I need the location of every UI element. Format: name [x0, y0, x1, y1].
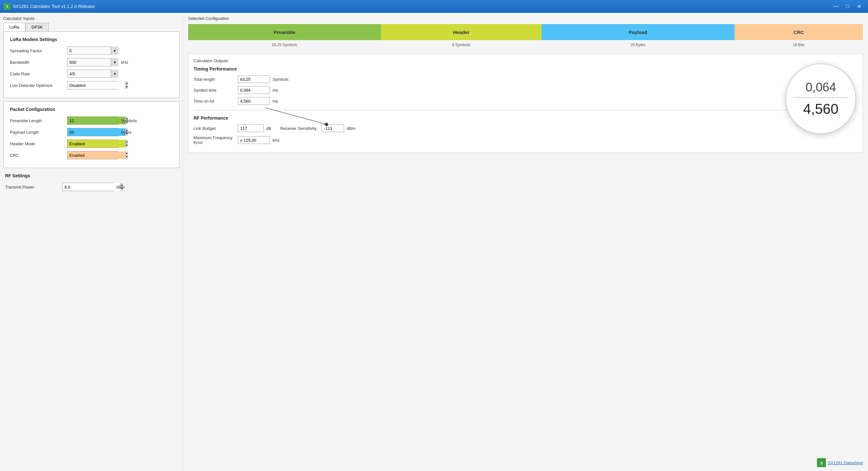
- spreading-factor-label: Spreading Factor: [10, 48, 64, 53]
- tab-lora[interactable]: LoRa: [3, 23, 25, 31]
- low-datarate-up-button[interactable]: ▲: [125, 81, 128, 86]
- magnifier-top-value: 0,064: [805, 80, 836, 94]
- calculator-outputs-box: Calculator Outputs Timing Performance To…: [188, 54, 863, 153]
- header-spinner-buttons: ▲ ▼: [125, 140, 128, 147]
- receiver-sensitivity-label: Receiver Sensitivity: [280, 126, 316, 131]
- link-budget-value[interactable]: [238, 125, 264, 132]
- bandwidth-select[interactable]: 125250500: [67, 58, 119, 66]
- link-budget-unit: dB: [266, 126, 271, 131]
- crc-segment: CRC: [735, 24, 863, 40]
- low-datarate-input[interactable]: [67, 81, 125, 89]
- close-button[interactable]: ✕: [854, 2, 864, 11]
- header-mode-spinner: ▲ ▼: [67, 139, 119, 148]
- spreading-factor-select-wrapper: 56789101112 ▼: [67, 46, 119, 55]
- preamble-length-input[interactable]: [67, 117, 125, 125]
- header-up-button[interactable]: ▲: [125, 140, 128, 144]
- payload-length-row: Payload Length ▲ ▼ Bytes: [10, 128, 173, 136]
- preamble-sublabel: 16,25 Symbols: [188, 43, 381, 47]
- preamble-length-spinner: ▲ ▼: [67, 116, 119, 125]
- link-budget-label: Link Budget: [193, 126, 235, 131]
- lora-modem-settings-box: LoRa Modem Settings Spreading Factor 567…: [3, 31, 180, 98]
- svg-text:S: S: [6, 5, 8, 8]
- time-on-air-value[interactable]: [238, 97, 270, 105]
- window-title: SX1261 Calculator Tool v1.1.2.0 Release: [13, 4, 95, 9]
- bandwidth-row: Bandwidth 125250500 ▼ kHz: [10, 58, 173, 66]
- packet-visualization: Preamble Header Payload CRC: [188, 24, 863, 40]
- low-datarate-row: Low Datarate Optimize ▲ ▼: [10, 81, 173, 90]
- crc-spinner-buttons: ▲ ▼: [125, 152, 128, 159]
- window-controls: — □ ✕: [831, 2, 864, 11]
- rf-settings-title: RF Settings: [5, 173, 180, 178]
- packet-config-title: Packet Configuration: [10, 107, 173, 112]
- low-datarate-spinner: ▲ ▼: [67, 81, 119, 90]
- bandwidth-unit: kHz: [121, 60, 128, 65]
- header-mode-label: Header Mode: [10, 141, 64, 146]
- header-down-button[interactable]: ▼: [125, 144, 128, 148]
- time-on-air-row: Time on Air ms: [193, 97, 858, 105]
- header-segment: Header: [381, 24, 541, 40]
- payload-unit: Bytes: [121, 130, 132, 135]
- preamble-unit: Symbols: [121, 118, 137, 123]
- crc-row: CRC ▲ ▼: [10, 151, 173, 159]
- minimize-button[interactable]: —: [831, 2, 841, 11]
- symbol-time-value[interactable]: [238, 86, 270, 94]
- transmit-power-label: Transmit Power: [5, 185, 60, 190]
- datasheet-label: SX1261 Datasheet: [828, 461, 863, 465]
- payload-length-input[interactable]: [67, 128, 125, 136]
- payload-length-spinner: ▲ ▼: [67, 128, 119, 136]
- low-datarate-spinner-buttons: ▲ ▼: [125, 81, 128, 89]
- crc-sublabel: 16 Bits: [735, 43, 863, 47]
- spreading-factor-select[interactable]: 56789101112: [67, 46, 119, 55]
- preamble-segment: Preamble: [188, 24, 381, 40]
- crc-input[interactable]: [67, 152, 125, 159]
- preamble-length-label: Preamble Length: [10, 118, 64, 123]
- app-icon: S: [4, 3, 10, 10]
- right-panel: Selected Configuation Preamble Header Pa…: [183, 13, 868, 471]
- svg-text:S: S: [820, 461, 823, 466]
- time-on-air-unit: ms: [273, 99, 278, 104]
- magnifier-circle: 0,064 4,560: [785, 64, 856, 134]
- tab-bar: LoRa GFSK: [3, 23, 180, 31]
- header-mode-row: Header Mode ▲ ▼: [10, 139, 173, 148]
- code-rate-label: Code Rate: [10, 71, 64, 76]
- payload-segment: Payload: [541, 24, 735, 40]
- magnifier-bottom-value: 4,560: [803, 101, 838, 117]
- transmit-power-unit: dBm: [116, 185, 125, 190]
- calculator-inputs-label: Calculator Inputs: [3, 16, 180, 21]
- transmit-power-input[interactable]: [63, 183, 120, 191]
- bandwidth-select-wrapper: 125250500 ▼: [67, 58, 119, 66]
- rf-performance-section: RF Performance Link Budget dB Receiver S…: [193, 115, 858, 145]
- crc-spinner: ▲ ▼: [67, 151, 119, 159]
- crc-up-button[interactable]: ▲: [125, 152, 128, 156]
- crc-label: CRC: [10, 153, 64, 158]
- datasheet-link[interactable]: S SX1261 Datasheet: [817, 458, 863, 467]
- calculator-outputs-label: Calculator Outputs: [193, 58, 858, 63]
- packet-labels: 16,25 Symbols 8 Symbols 20 Bytes 16 Bits: [188, 43, 863, 47]
- time-on-air-label: Time on Air: [193, 99, 235, 104]
- code-rate-select-wrapper: 4/54/64/74/8 ▼: [67, 70, 119, 78]
- left-panel: Calculator Inputs LoRa GFSK LoRa Modem S…: [0, 13, 183, 471]
- spreading-factor-row: Spreading Factor 56789101112 ▼: [10, 46, 173, 55]
- selected-config-label: Selected Configuation: [188, 16, 863, 21]
- payload-sublabel: 20 Bytes: [541, 43, 735, 47]
- crc-down-button[interactable]: ▼: [125, 156, 128, 159]
- preamble-length-row: Preamble Length ▲ ▼ Symbols: [10, 116, 173, 125]
- header-mode-input[interactable]: [67, 140, 125, 147]
- max-freq-error-value[interactable]: [238, 136, 270, 144]
- low-datarate-label: Low Datarate Optimize: [10, 83, 64, 88]
- code-rate-row: Code Rate 4/54/64/74/8 ▼: [10, 70, 173, 78]
- tab-gfsk[interactable]: GFSK: [25, 23, 49, 31]
- code-rate-select[interactable]: 4/54/64/74/8: [67, 70, 119, 78]
- payload-length-label: Payload Length: [10, 130, 64, 135]
- bandwidth-label: Bandwidth: [10, 60, 64, 65]
- total-length-unit: Symbols: [273, 77, 288, 82]
- transmit-power-spinner: ▲ ▼: [62, 183, 114, 191]
- maximize-button[interactable]: □: [842, 2, 852, 11]
- header-sublabel: 8 Symbols: [381, 43, 541, 47]
- max-freq-error-label: Maximum Frequency Error: [193, 135, 235, 145]
- rf-performance-title: RF Performance: [193, 115, 858, 121]
- receiver-sensitivity-value[interactable]: [322, 125, 344, 132]
- symbol-time-row: Symbol time ms: [193, 86, 858, 94]
- low-datarate-down-button[interactable]: ▼: [125, 86, 128, 90]
- total-length-value[interactable]: [238, 75, 270, 83]
